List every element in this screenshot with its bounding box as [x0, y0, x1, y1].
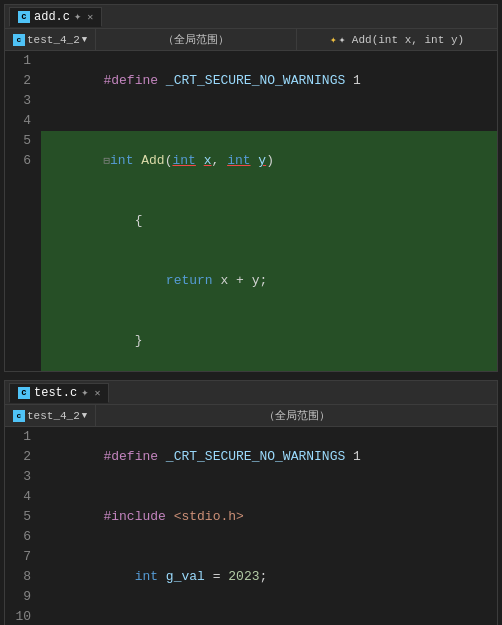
line-num-1: 1: [5, 51, 37, 71]
t-kw-3: int: [135, 569, 158, 584]
param-x: x: [204, 153, 212, 168]
code-line-6[interactable]: }: [41, 311, 497, 371]
line-num-2: 2: [5, 71, 37, 91]
dropdown-arrow-test: ▼: [82, 411, 87, 421]
line-num-3: 3: [5, 91, 37, 111]
ln-9: 9: [5, 587, 37, 607]
t-eq-3: =: [205, 569, 228, 584]
toolbar-project-add: test_4_2: [27, 34, 80, 46]
file-icon-add: c: [18, 11, 30, 23]
kw-int-3: int: [110, 153, 133, 168]
brace-open-4: {: [135, 213, 143, 228]
comma-3: ,: [212, 153, 228, 168]
code-line-1[interactable]: #define _CRT_SECURE_NO_WARNINGS 1: [41, 51, 497, 111]
toolbar-scope-label-add[interactable]: （全局范围）: [96, 29, 297, 50]
tab-add-c[interactable]: c add.c ✦ ✕: [9, 7, 102, 27]
code-lines-add[interactable]: #define _CRT_SECURE_NO_WARNINGS 1 ⊟int A…: [37, 51, 497, 371]
t-pp-2: #include: [103, 509, 173, 524]
indent-5: [103, 273, 165, 288]
tab-bar-add: c add.c ✦ ✕: [5, 5, 497, 29]
t-semi-3: ;: [260, 569, 268, 584]
scope-text-add: （全局范围）: [163, 32, 229, 47]
code-area-test: 1 2 3 4 5 6 7 8 9 10 11 12 13 14 15 #def…: [5, 427, 497, 625]
fn-add: Add: [141, 153, 164, 168]
ln-7: 7: [5, 547, 37, 567]
param-y: y: [258, 153, 266, 168]
toolbar-add: c test_4_2 ▼ （全局范围） ✦ ✦ Add(int x, int y…: [5, 29, 497, 51]
line-num-4: 4: [5, 111, 37, 131]
kw-int-y: int: [227, 153, 250, 168]
t-inc-2: <stdio.h>: [174, 509, 244, 524]
toolbar-scope-add[interactable]: c test_4_2 ▼: [5, 29, 96, 50]
dropdown-arrow-add: ▼: [82, 35, 87, 45]
kw-int-x: int: [172, 153, 195, 168]
tab-close-add[interactable]: ✕: [87, 11, 93, 23]
code-line-2[interactable]: [41, 111, 497, 131]
ln-1: 1: [5, 427, 37, 447]
space-3b: [196, 153, 204, 168]
editor-panel-test: c test.c ✦ ✕ c test_4_2 ▼ （全局范围） 1 2 3 4…: [4, 380, 498, 625]
t-pp-1: #define: [103, 449, 165, 464]
tab-modified-add: ✦: [74, 9, 81, 24]
kw-return: return: [166, 273, 213, 288]
pp-define: #define: [103, 73, 165, 88]
t-gval: g_val: [166, 569, 205, 584]
function-icon-add: ✦: [330, 33, 337, 46]
macro-name: _CRT_SECURE_NO_WARNINGS: [166, 73, 345, 88]
toolbar-project-test: test_4_2: [27, 410, 80, 422]
ln-6: 6: [5, 527, 37, 547]
toolbar-test: c test_4_2 ▼ （全局范围）: [5, 405, 497, 427]
t-line-4[interactable]: //声明: [41, 607, 497, 625]
line-numbers-test: 1 2 3 4 5 6 7 8 9 10 11 12 13 14 15: [5, 427, 37, 625]
tab-label-add: add.c: [34, 10, 70, 24]
line-num-6: 6: [5, 151, 37, 171]
space-5: x + y;: [213, 273, 268, 288]
file-icon-test: c: [18, 387, 30, 399]
t-sp-3: [158, 569, 166, 584]
editor-panel-add: c add.c ✦ ✕ c test_4_2 ▼ （全局范围） ✦ ✦ Add(…: [4, 4, 498, 372]
line-num-5: 5: [5, 131, 37, 151]
scope-text-test: （全局范围）: [264, 408, 330, 423]
tab-label-test: test.c: [34, 386, 77, 400]
code-area-add: 1 2 3 4 5 6 #define _CRT_SECURE_NO_WARNI…: [5, 51, 497, 371]
tab-close-test[interactable]: ✕: [94, 387, 100, 399]
ln-5: 5: [5, 507, 37, 527]
t-line-3[interactable]: int g_val = 2023;: [41, 547, 497, 607]
ln-10: 10: [5, 607, 37, 625]
code-line-5[interactable]: return x + y;: [41, 251, 497, 311]
code-lines-test[interactable]: #define _CRT_SECURE_NO_WARNINGS 1 #inclu…: [37, 427, 497, 625]
brace-close-6: }: [135, 333, 143, 348]
code-line-4[interactable]: {: [41, 191, 497, 251]
function-text-add: ✦ Add(int x, int y): [339, 33, 464, 46]
toolbar-scope-test[interactable]: c test_4_2 ▼: [5, 405, 96, 426]
toolbar-scope-label-test[interactable]: （全局范围）: [96, 405, 497, 426]
indent-6: [103, 333, 134, 348]
t-num-3: 2023: [228, 569, 259, 584]
line-numbers-add: 1 2 3 4 5 6: [5, 51, 37, 371]
ln-4: 4: [5, 487, 37, 507]
file-icon-small-test: c: [13, 410, 25, 422]
indent-4: [103, 213, 134, 228]
ln-3: 3: [5, 467, 37, 487]
t-ind-3: [103, 569, 134, 584]
tab-test-c[interactable]: c test.c ✦ ✕: [9, 383, 109, 403]
t-mac-1: _CRT_SECURE_NO_WARNINGS: [166, 449, 345, 464]
macro-val: 1: [345, 73, 361, 88]
ln-8: 8: [5, 567, 37, 587]
code-line-3[interactable]: ⊟int Add(int x, int y): [41, 131, 497, 191]
file-icon-small-add: c: [13, 34, 25, 46]
tab-bar-test: c test.c ✦ ✕: [5, 381, 497, 405]
tab-modified-test: ✦: [81, 385, 88, 400]
t-line-1[interactable]: #define _CRT_SECURE_NO_WARNINGS 1: [41, 427, 497, 487]
paren-close-3: ): [266, 153, 274, 168]
t-val-1: 1: [345, 449, 361, 464]
ln-2: 2: [5, 447, 37, 467]
toolbar-function-add[interactable]: ✦ ✦ Add(int x, int y): [297, 29, 497, 50]
t-line-2[interactable]: #include <stdio.h>: [41, 487, 497, 547]
